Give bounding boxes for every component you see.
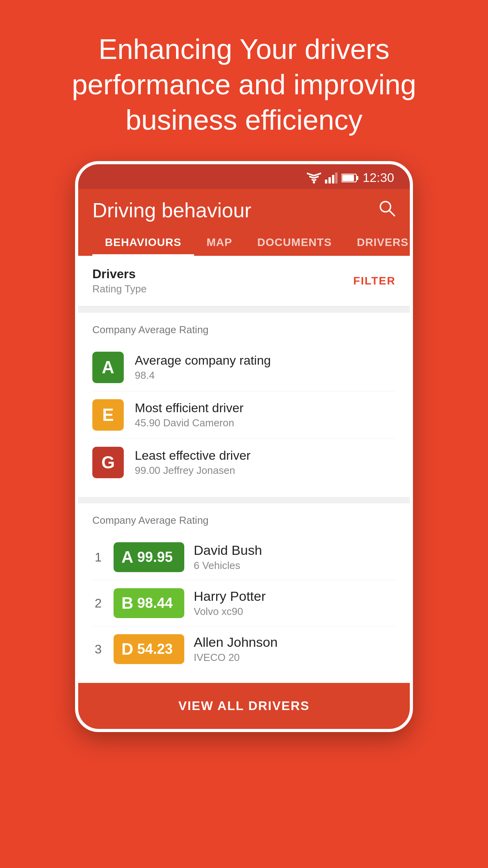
driver-name-3: Allen Johnson (194, 635, 278, 650)
driver-info-1: David Bush 6 Vehicles (194, 543, 262, 572)
rating-item-least: G Least effective driver 99.00 Jeffrey J… (92, 439, 396, 486)
filter-info: Drivers Rating Type (92, 267, 147, 295)
svg-marker-2 (312, 179, 316, 181)
driver-name-2: Harry Potter (194, 589, 266, 604)
rating-value-efficient: 45.90 David Cameron (135, 417, 244, 429)
driver-score-badge-2: B 98.44 (114, 588, 184, 618)
svg-rect-7 (335, 172, 338, 184)
hero-text: Enhancing Your drivers performance and i… (0, 0, 488, 161)
driver-sub-1: 6 Vehicles (194, 560, 262, 572)
driver-rank-2: 2 (92, 596, 104, 611)
driver-info-2: Harry Potter Volvo xc90 (194, 589, 266, 618)
driver-name-1: David Bush (194, 543, 262, 558)
search-button[interactable] (378, 200, 396, 221)
content-area: Drivers Rating Type FILTER Company Avera… (78, 256, 410, 729)
rating-info-average: Average company rating 98.4 (135, 353, 271, 382)
rankings-section-title: Company Average Rating (92, 514, 396, 527)
svg-rect-6 (332, 175, 334, 184)
status-bar: 12:30 (78, 164, 410, 189)
svg-marker-0 (307, 172, 321, 176)
driver-item-2: 2 B 98.44 Harry Potter Volvo xc90 (92, 580, 396, 626)
rating-badge-g: G (92, 447, 124, 478)
driver-item-1: 1 A 99.95 David Bush 6 Vehicles (92, 534, 396, 580)
wifi-icon (307, 172, 321, 184)
driver-badge-score-3: 54.23 (137, 641, 172, 657)
tab-documents[interactable]: DOCUMENTS (245, 230, 344, 256)
rating-value-average: 98.4 (135, 369, 271, 382)
driver-info-3: Allen Johnson IVECO 20 (194, 635, 278, 664)
signal-icon (325, 172, 338, 184)
rating-item-efficient: E Most efficient driver 45.90 David Came… (92, 391, 396, 439)
driver-item-3: 3 D 54.23 Allen Johnson IVECO 20 (92, 626, 396, 672)
svg-rect-9 (356, 176, 358, 180)
rating-label-efficient: Most efficient driver (135, 401, 244, 415)
status-icons: 12:30 (307, 171, 394, 185)
company-summary-card: Company Average Rating A Average company… (78, 313, 410, 497)
tab-behaviours[interactable]: BEHAVIOURS (92, 230, 194, 256)
driver-score-badge-3: D 54.23 (114, 634, 184, 664)
rating-badge-e: E (92, 399, 124, 431)
tabs-bar: BEHAVIOURS MAP DOCUMENTS DRIVERS (92, 230, 396, 256)
rating-label-least: Least effective driver (135, 448, 251, 463)
tab-map[interactable]: MAP (194, 230, 245, 256)
driver-badge-letter-2: B (121, 594, 133, 613)
svg-line-12 (389, 210, 394, 216)
driver-sub-2: Volvo xc90 (194, 606, 266, 618)
driver-badge-letter-3: D (121, 640, 133, 659)
driver-badge-score-1: 99.95 (137, 549, 172, 565)
svg-rect-10 (342, 175, 354, 181)
rating-value-least: 99.00 Jeffrey Jonasen (135, 464, 251, 477)
summary-section-title: Company Average Rating (92, 324, 396, 336)
filter-subtitle: Rating Type (92, 283, 147, 295)
phone-frame: 12:30 Driving behaviour BEHAVIOURS MAP D… (75, 161, 413, 732)
driver-sub-3: IVECO 20 (194, 651, 278, 664)
driver-rankings-card: Company Average Rating 1 A 99.95 David B… (78, 503, 410, 683)
driver-badge-letter-1: A (121, 548, 133, 567)
filter-button[interactable]: FILTER (353, 275, 396, 287)
battery-icon (341, 173, 359, 183)
svg-point-3 (313, 181, 315, 184)
filter-title: Drivers (92, 267, 147, 281)
svg-rect-4 (325, 180, 327, 184)
tab-drivers[interactable]: DRIVERS (344, 230, 413, 256)
driver-badge-score-2: 98.44 (137, 595, 172, 611)
status-time: 12:30 (363, 171, 394, 185)
page-title: Driving behaviour (92, 198, 251, 222)
driver-score-badge-1: A 99.95 (114, 542, 184, 572)
rating-item-average: A Average company rating 98.4 (92, 344, 396, 391)
header-row: Driving behaviour (92, 198, 396, 230)
driver-rank-3: 3 (92, 642, 104, 657)
view-all-drivers-button[interactable]: VIEW ALL DRIVERS (78, 683, 410, 729)
rating-badge-a: A (92, 352, 124, 383)
svg-rect-5 (328, 177, 331, 184)
rating-info-efficient: Most efficient driver 45.90 David Camero… (135, 401, 244, 429)
driver-rank-1: 1 (92, 550, 104, 565)
filter-bar: Drivers Rating Type FILTER (78, 256, 410, 306)
rating-label-average: Average company rating (135, 353, 271, 368)
app-header: Driving behaviour BEHAVIOURS MAP DOCUMEN… (78, 189, 410, 256)
rating-info-least: Least effective driver 99.00 Jeffrey Jon… (135, 448, 251, 477)
